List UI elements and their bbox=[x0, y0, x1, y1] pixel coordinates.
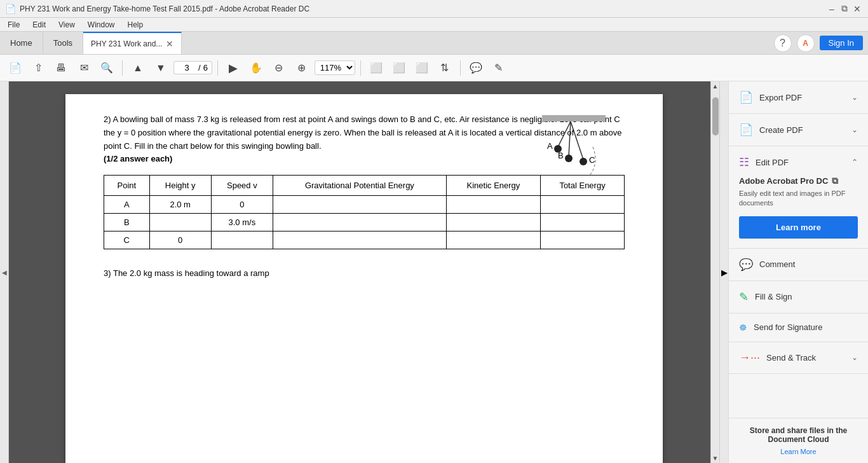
export-pdf-label: Export PDF bbox=[759, 93, 802, 102]
adobe-account-button[interactable]: A bbox=[797, 34, 815, 52]
svg-point-5 bbox=[565, 155, 573, 162]
sign-in-button[interactable]: Sign In bbox=[820, 36, 863, 50]
right-arrow-icon: ▶ bbox=[721, 268, 728, 277]
store-section: Store and share files in the Document Cl… bbox=[729, 418, 868, 463]
cell-c-te bbox=[541, 232, 625, 249]
email-button[interactable]: ✉ bbox=[74, 59, 94, 78]
edit-pdf-chevron: ⌃ bbox=[851, 158, 858, 167]
annotate-btn[interactable]: ✎ bbox=[489, 59, 509, 78]
help-button[interactable]: ? bbox=[774, 34, 792, 52]
sidebar-comment-left: 💬 Comment bbox=[739, 258, 795, 272]
main-area: ◀ ▲ ▼ bbox=[0, 81, 868, 463]
right-sidebar: 📄 Export PDF ⌄ 📄 Create PDF ⌄ ☷ Edit PDF… bbox=[728, 81, 868, 463]
tab-tools[interactable]: Tools bbox=[43, 32, 83, 54]
print-button[interactable]: 🖶 bbox=[51, 59, 71, 78]
col-header-point: Point bbox=[104, 176, 150, 196]
svg-text:A: A bbox=[547, 141, 553, 151]
table-row-c: C 0 bbox=[104, 232, 625, 249]
menu-edit[interactable]: Edit bbox=[27, 19, 51, 31]
export-pdf-icon: 📄 bbox=[739, 90, 753, 104]
menu-window[interactable]: Window bbox=[83, 19, 120, 31]
cell-a-te bbox=[541, 196, 625, 214]
cell-b-gpe bbox=[273, 214, 446, 232]
tab-tools-label: Tools bbox=[53, 38, 72, 48]
next-problem-text: 3) The 2.0 kg mass is heading toward a r… bbox=[104, 268, 625, 278]
full-screen-button[interactable]: ⬜ bbox=[412, 59, 432, 78]
cell-c-gpe bbox=[273, 232, 446, 249]
edit-pdf-label: Edit PDF bbox=[756, 158, 789, 167]
title-bar-left: 📄 PHY 231 Work and Energy Take-home Test… bbox=[5, 4, 309, 14]
comment-icon: 💬 bbox=[739, 258, 753, 272]
scroll-left-panel[interactable]: ◀ bbox=[0, 81, 9, 463]
zoom-select[interactable]: 117% 100% 75% 150% bbox=[315, 60, 355, 75]
zoom-out-button[interactable]: ⊖ bbox=[269, 59, 289, 78]
search-button[interactable]: 🔍 bbox=[97, 59, 117, 78]
svg-point-6 bbox=[580, 158, 587, 165]
comment-btn[interactable]: 💬 bbox=[466, 59, 486, 78]
menu-view[interactable]: View bbox=[53, 19, 80, 31]
tabbar-right: ? A Sign In bbox=[774, 32, 868, 54]
fit-width-button[interactable]: ⬜ bbox=[366, 59, 386, 78]
cell-a-height: 2.0 m bbox=[149, 196, 211, 214]
cell-b-speed: 3.0 m/s bbox=[211, 214, 273, 232]
cell-b-ke bbox=[446, 214, 540, 232]
store-learn-more-link[interactable]: Learn More bbox=[739, 448, 858, 455]
cell-b-te bbox=[541, 214, 625, 232]
fit-page-button[interactable]: ⬜ bbox=[389, 59, 409, 78]
window-title: PHY 231 Work and Energy Take-home Test F… bbox=[20, 4, 309, 13]
sidebar-export-pdf[interactable]: 📄 Export PDF ⌄ bbox=[729, 81, 868, 114]
scroll-down-arrow[interactable]: ▼ bbox=[712, 455, 719, 462]
menu-help[interactable]: Help bbox=[123, 19, 149, 31]
promo-description: Easily edit text and images in PDF docum… bbox=[739, 189, 858, 209]
tab-close-button[interactable]: ✕ bbox=[166, 39, 173, 48]
sidebar-fill-sign-left: ✎ Fill & Sign bbox=[739, 290, 792, 304]
scroll-right-panel[interactable]: ▶ bbox=[719, 81, 728, 463]
svg-line-1 bbox=[558, 121, 571, 147]
table-row-b: B 3.0 m/s bbox=[104, 214, 625, 232]
zoom-in-button[interactable]: ⊕ bbox=[292, 59, 312, 78]
sidebar-send-signature[interactable]: ☸ Send for Signature bbox=[729, 314, 868, 342]
vertical-scrollbar[interactable]: ▲ ▼ bbox=[710, 81, 719, 463]
note-bold: (1/2 answer each) bbox=[104, 154, 172, 163]
menu-file[interactable]: File bbox=[3, 19, 25, 31]
left-arrow-icon: ◀ bbox=[2, 269, 7, 276]
rotate-button[interactable]: ⇅ bbox=[435, 59, 455, 78]
close-button[interactable]: ✕ bbox=[851, 3, 863, 15]
prev-page-button[interactable]: ▲ bbox=[128, 59, 148, 78]
app-icon: 📄 bbox=[5, 4, 16, 14]
learn-more-button[interactable]: Learn more bbox=[739, 216, 858, 238]
sidebar-edit-left: ☷ Edit PDF bbox=[739, 155, 789, 169]
sidebar-fill-sign[interactable]: ✎ Fill & Sign bbox=[729, 281, 868, 314]
send-track-label: Send & Track bbox=[766, 353, 816, 363]
sidebar-send-track[interactable]: →··· Send & Track ⌄ bbox=[729, 342, 868, 374]
sidebar-create-pdf[interactable]: 📄 Create PDF ⌄ bbox=[729, 114, 868, 146]
cell-a-speed: 0 bbox=[211, 196, 273, 214]
tab-home-label: Home bbox=[10, 38, 32, 48]
cell-c-point: C bbox=[104, 232, 150, 249]
adobe-icon: A bbox=[803, 39, 808, 48]
maximize-button[interactable]: ⧉ bbox=[839, 3, 850, 15]
new-button[interactable]: 📄 bbox=[5, 59, 25, 78]
edit-pdf-icon: ☷ bbox=[739, 155, 749, 169]
col-header-speed: Speed v bbox=[211, 176, 273, 196]
cursor-tool[interactable]: ▶ bbox=[223, 59, 243, 78]
export-pdf-chevron: ⌄ bbox=[851, 93, 858, 102]
sidebar-comment[interactable]: 💬 Comment bbox=[729, 249, 868, 281]
table-row-a: A 2.0 m 0 bbox=[104, 196, 625, 214]
upload-button[interactable]: ⇧ bbox=[28, 59, 48, 78]
next-page-button[interactable]: ▼ bbox=[151, 59, 171, 78]
col-header-height: Height y bbox=[149, 176, 211, 196]
page-input[interactable] bbox=[178, 63, 196, 73]
scroll-thumb[interactable] bbox=[712, 97, 719, 135]
pdf-content-area: ▲ ▼ A B bbox=[9, 81, 719, 463]
svg-text:C: C bbox=[589, 155, 595, 165]
tab-home[interactable]: Home bbox=[0, 32, 43, 54]
hand-tool[interactable]: ✋ bbox=[246, 59, 266, 78]
cell-c-height: 0 bbox=[149, 232, 211, 249]
tab-active-pdf[interactable]: PHY 231 Work and... ✕ bbox=[83, 32, 182, 54]
minimize-button[interactable]: – bbox=[826, 3, 837, 15]
cell-c-speed bbox=[211, 232, 273, 249]
scroll-up-arrow[interactable]: ▲ bbox=[712, 83, 719, 90]
send-track-chevron: ⌄ bbox=[851, 353, 858, 362]
window-controls[interactable]: – ⧉ ✕ bbox=[826, 3, 863, 15]
